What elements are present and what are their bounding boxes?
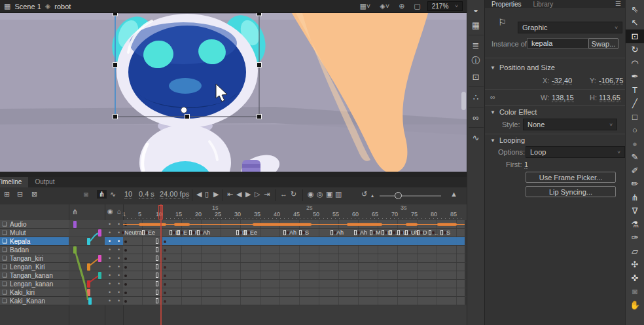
mouth-key-label[interactable]: .. [435,229,438,236]
center-stage-icon[interactable]: ⊕ [396,2,407,10]
mouth-key-label[interactable]: Ah [203,229,210,236]
paint-bucket-tool[interactable]: ∇ [626,204,644,218]
loop-options-select[interactable]: Loop˅ [526,146,625,158]
classic-brush-tool[interactable]: ✐ [626,164,644,178]
mouth-key-label[interactable]: E [183,229,187,236]
frame-rate-value[interactable]: 24.00 fps [160,190,189,199]
frames-row-lengan_kanan[interactable] [123,280,467,288]
frames-row-kepala[interactable] [123,237,467,246]
style-select[interactable]: None˅ [523,119,617,130]
width-tool[interactable]: ✣ [626,258,644,272]
visibility-lock-cell[interactable]: •• [105,220,123,229]
frame-ruler[interactable]: 1s2s3s 151015202530354045505560657075808… [123,204,467,220]
frames-row-tangan_kanan[interactable] [123,271,467,280]
layer-row-lengan_kiri[interactable]: ❏Lengan_Kiri [0,263,69,271]
instance-name-field[interactable]: kepala [527,38,594,48]
link-width-height-icon[interactable]: ∞ [490,93,495,101]
color-panel-icon[interactable]: ◒ [467,1,485,17]
brush-library-panel-icon[interactable]: ∴ [467,89,485,105]
layer-row-kaki_kanan[interactable]: ❏Kaki_Kanan [0,297,69,305]
mouth-key-label[interactable]: S [446,229,450,236]
ink-bottle-tool[interactable]: ⚗ [626,218,644,231]
use-frame-picker-button[interactable]: Use Frame Picker... [526,172,616,183]
subselection-tool[interactable]: ↖ [626,16,644,30]
oval-tool[interactable]: ○ [626,124,644,138]
timeline-zoom-out-button[interactable]: ▴ [371,193,374,199]
y-value[interactable]: -106,75 [599,77,623,85]
w-value[interactable]: 138,15 [552,94,574,102]
rectangle-tool[interactable]: □ [626,110,644,124]
frames-row-kaki_kanan[interactable] [123,297,467,305]
x-value[interactable]: -32,40 [552,77,572,85]
lock-column-icon[interactable]: ⌂ [117,208,121,215]
onion-outlines-button[interactable]: ◎ [317,190,323,199]
center-playhead-button[interactable]: ↔ [280,190,287,198]
line-tool[interactable]: ╱ [626,97,644,111]
tab-library[interactable]: Library [533,1,554,8]
h-value[interactable]: 113,65 [599,94,620,102]
layer-row-tangan_kiri[interactable]: ❏Tangan_kiri [0,254,69,263]
visibility-lock-cell[interactable]: •• [105,246,123,254]
pen-tool[interactable]: ✒ [626,70,644,84]
mouth-key-label[interactable]: M [376,229,381,236]
tab-properties[interactable]: Properties [492,1,522,8]
cc-libraries-panel-icon[interactable]: ∞ [467,109,485,125]
selection-tool[interactable]: ⇖ [626,3,644,16]
stage-canvas[interactable] [0,13,467,177]
prev-frame-button[interactable]: ◀ [236,190,241,199]
mouth-key-label[interactable]: Ee [250,229,257,236]
timeline-zoom-in-button[interactable]: ▲ [450,190,457,198]
layer-row-badan[interactable]: ❏Badan [0,246,69,254]
swatches-panel-icon[interactable]: ▦ [467,17,485,33]
go-first-frame-button[interactable]: ⇤ [227,190,233,199]
playhead-line[interactable] [160,204,162,325]
frames-row-badan[interactable] [123,246,467,254]
frames-row-mulut[interactable]: NeutralEeDEFAhDEeAhSAhAhMD.LUhD..S [123,229,467,237]
align-panel-icon[interactable]: ≣ [467,37,485,53]
tab-output[interactable]: Output [28,177,61,187]
parent-view-toggle[interactable]: ⋔ [97,190,107,199]
asset-warp-tool[interactable]: ✜ [626,271,644,285]
transform-panel-icon[interactable]: ⊡ [467,69,485,85]
symbol-type-select[interactable]: Graphic˅ [518,22,622,33]
play-button[interactable]: ▶ [245,190,251,199]
layer-row-audio[interactable]: ❏Audio [0,220,69,229]
panel-menu-icon[interactable]: ☰ [615,0,621,7]
mouth-key-label[interactable]: S [305,229,309,236]
timeline-zoom-slider[interactable] [380,195,441,197]
new-layer-button[interactable]: ⊞ [4,190,10,199]
frames-row-lengan_kiri[interactable] [123,263,467,271]
current-frame-value[interactable]: 10 [124,190,132,199]
visibility-lock-cell[interactable]: •• [105,297,123,305]
edit-scene-icon[interactable]: ▦˅ [357,2,373,10]
visibility-lock-cell[interactable]: •• [105,229,123,237]
graph-editor-toggle[interactable]: ∿ [110,190,116,199]
visibility-lock-cell[interactable]: •• [105,280,123,288]
mouth-key-label[interactable]: Ah [336,229,344,236]
visibility-lock-cell[interactable]: •• [105,263,123,271]
step-back-button[interactable]: ◀ [196,190,202,199]
lip-syncing-button[interactable]: Lip Syncing... [526,186,616,197]
layer-row-tangan_kanan[interactable]: ❏Tangan_kanan [0,271,69,280]
pencil-tool[interactable]: ✎ [626,151,644,164]
lasso-tool[interactable]: ◠ [626,56,644,70]
visibility-lock-cell[interactable]: •• [105,271,123,280]
onion-skin-button[interactable]: ◉ [308,190,314,199]
camera-tool[interactable]: ◙ [626,285,644,299]
info-panel-icon[interactable]: ⓘ [467,53,485,69]
mouth-key-label[interactable]: Ee [148,229,155,236]
layer-row-kepala[interactable]: ❏Kepala [0,237,69,246]
frame-indicator[interactable]: ▯ [205,190,209,199]
frame-picker-panel-icon[interactable]: ∿ [467,130,485,145]
step-forward-button[interactable]: ▶ [213,190,219,199]
mouth-key-label[interactable]: Ah [289,229,296,236]
color-effect-header[interactable]: ▼Color Effect [490,108,537,116]
frames-row-kaki_kiri[interactable] [123,288,467,297]
swap-button[interactable]: Swap... [588,38,618,49]
clip-content-icon[interactable]: ▢ [411,2,423,10]
reset-timeline-zoom-button[interactable]: ↺ [361,190,367,199]
camera-toggle[interactable]: ◙ [84,190,88,198]
position-size-header[interactable]: ▼Position and Size [490,64,555,71]
stage-zoom-select[interactable]: 217%˅ [427,1,463,11]
frames-row-tangan_kiri[interactable] [123,254,467,263]
